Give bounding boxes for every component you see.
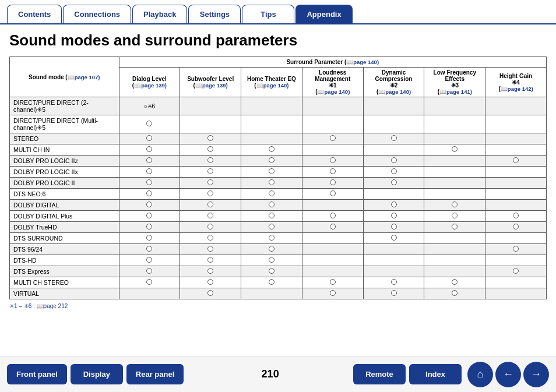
circle-indicator	[269, 202, 275, 207]
forward-arrow-icon: →	[531, 368, 541, 380]
params-table: Sound mode (📖page 107) Surround Paramete…	[9, 56, 547, 299]
page-number: 210	[187, 368, 353, 380]
param-cell	[485, 178, 547, 189]
param-cell	[485, 200, 547, 211]
circle-indicator	[207, 146, 213, 152]
table-row: DTS 96/24	[10, 244, 547, 255]
tab-playback[interactable]: Playback	[132, 5, 187, 23]
index-button[interactable]: Index	[409, 364, 462, 384]
param-cell	[424, 115, 485, 133]
param-cell	[119, 156, 180, 167]
circle-indicator	[146, 202, 152, 207]
param-cell	[241, 156, 302, 167]
table-row: DOLBY DIGITAL Plus	[10, 211, 547, 222]
sound-mode-cell: DOLBY PRO LOGIC II	[10, 178, 119, 189]
table-row: MULTI CH STEREO	[10, 277, 547, 288]
param-cell	[302, 288, 363, 299]
col-home-theater-eq: Home Theater EQ(📖page 140)	[241, 68, 302, 97]
param-cell	[119, 200, 180, 211]
table-row: DTS NEO:6	[10, 189, 547, 200]
col-subwoofer-level: Subwoofer Level(📖page 139)	[180, 68, 241, 97]
param-cell	[485, 133, 547, 144]
circle-indicator	[330, 179, 336, 185]
tab-appendix[interactable]: Appendix	[295, 5, 352, 23]
param-cell	[485, 97, 547, 115]
param-cell	[424, 244, 485, 255]
param-cell	[363, 133, 424, 144]
circle-indicator	[269, 268, 275, 274]
rear-panel-button[interactable]: Rear panel	[126, 364, 184, 384]
table-row: DOLBY PRO LOGIC II	[10, 178, 547, 189]
param-cell	[363, 189, 424, 200]
circle-indicator	[391, 290, 397, 296]
circle-indicator	[269, 235, 275, 241]
circle-indicator	[330, 279, 336, 285]
param-cell	[241, 133, 302, 144]
circle-indicator	[207, 213, 213, 218]
col-low-freq-effects: Low FrequencyEffects✳3(📖page 141)	[424, 68, 485, 97]
param-cell	[180, 244, 241, 255]
param-cell	[119, 211, 180, 222]
param-cell	[302, 144, 363, 156]
param-cell	[485, 255, 547, 266]
param-cell	[302, 277, 363, 288]
circle-indicator	[330, 190, 336, 196]
sound-mode-cell: DTS Express	[10, 266, 119, 277]
circle-indicator	[207, 202, 213, 207]
tab-settings[interactable]: Settings	[188, 5, 241, 23]
remote-button[interactable]: Remote	[353, 364, 406, 384]
sound-mode-cell: DTS SURROUND	[10, 233, 119, 244]
nav-tabs: Contents Connections Playback Settings T…	[0, 0, 556, 24]
param-cell	[241, 200, 302, 211]
param-cell	[241, 244, 302, 255]
col-sound-mode-header: Sound mode (📖page 107)	[10, 57, 119, 97]
param-cell	[302, 189, 363, 200]
param-cell	[363, 233, 424, 244]
param-cell	[424, 167, 485, 178]
circle-indicator	[269, 157, 275, 163]
circle-indicator	[330, 157, 336, 163]
back-button[interactable]: ←	[495, 362, 521, 387]
circle-indicator	[513, 157, 519, 163]
tab-contents[interactable]: Contents	[7, 5, 62, 23]
main-content: Sound mode (📖page 107) Surround Paramete…	[0, 54, 556, 319]
home-button[interactable]: ⌂	[467, 362, 493, 387]
home-icon: ⌂	[477, 368, 484, 380]
circle-indicator	[391, 135, 397, 141]
param-cell	[424, 97, 485, 115]
param-cell	[241, 277, 302, 288]
param-cell	[302, 167, 363, 178]
bottom-nav: Front panel Display Rear panel 210 Remot…	[0, 356, 556, 392]
circle-indicator	[269, 146, 275, 152]
param-cell	[363, 222, 424, 233]
tab-connections[interactable]: Connections	[63, 5, 131, 23]
param-cell	[180, 156, 241, 167]
circle-indicator	[207, 190, 213, 196]
col-dialog-level: Dialog Level(📖page 139)	[119, 68, 180, 97]
circle-indicator	[391, 168, 397, 174]
circle-indicator	[207, 246, 213, 252]
param-cell: ○✳6	[119, 97, 180, 115]
param-cell	[485, 266, 547, 277]
circle-indicator	[146, 279, 152, 285]
forward-button[interactable]: →	[523, 362, 549, 387]
display-button[interactable]: Display	[71, 364, 123, 384]
tab-tips[interactable]: Tips	[242, 5, 294, 23]
param-cell	[302, 233, 363, 244]
circle-indicator	[269, 179, 275, 185]
param-cell	[180, 97, 241, 115]
param-cell	[424, 222, 485, 233]
param-cell	[302, 211, 363, 222]
sound-mode-cell: STEREO	[10, 133, 119, 144]
param-cell	[180, 189, 241, 200]
front-panel-button[interactable]: Front panel	[7, 364, 67, 384]
circle-indicator	[452, 224, 458, 229]
circle-indicator	[269, 213, 275, 218]
param-cell	[119, 255, 180, 266]
table-row: DOLBY DIGITAL	[10, 200, 547, 211]
param-cell	[485, 167, 547, 178]
circle-indicator	[269, 224, 275, 229]
table-row: DIRECT/PURE DIRECT (Multi-channel)✳5	[10, 115, 547, 133]
circle-indicator	[330, 213, 336, 218]
param-cell	[424, 288, 485, 299]
